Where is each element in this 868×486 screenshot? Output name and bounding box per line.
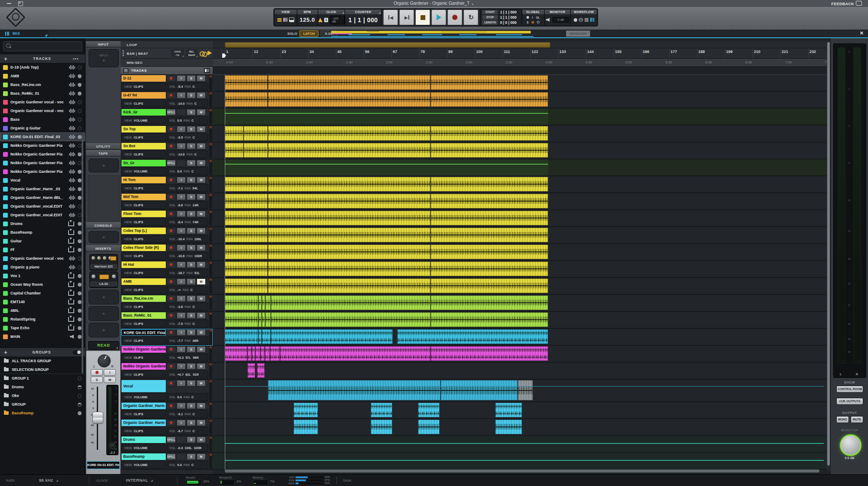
group-item-all-tracks-group[interactable]: ALL TRACKS GROUP [0,357,85,365]
group-item-selection-group[interactable]: SELECTION GROUP [0,365,85,374]
record-indicator[interactable] [78,109,82,113]
audio-clip[interactable] [225,295,258,310]
vol-pan-box[interactable]: VOL-7.7PAN46R [167,337,208,344]
audio-clip[interactable] [268,126,431,141]
start-value[interactable]: 1 | 1 | 000 [500,10,516,14]
automation-read-button[interactable]: READ [88,341,119,350]
track-header-nokko-organic-gardener-piano[interactable]: Nokko Organic Gardener Piano ...ISMVIEWC… [121,346,213,363]
piano-view-icon[interactable] [289,17,294,22]
record-enable-button[interactable] [167,312,176,319]
track-name[interactable]: Nokko Organic Gardener Piano ... [122,346,166,353]
audio-clip[interactable] [225,211,268,225]
lane-kore-gtr-01-edit-final-03[interactable] [213,329,827,346]
search-input[interactable] [3,41,82,51]
audio-clip[interactable] [255,346,260,361]
audio-clip[interactable] [258,312,262,327]
mute-button[interactable]: M [197,278,206,285]
solo-button[interactable]: S [187,346,196,353]
track-name[interactable]: Coles Top (L) [122,228,166,234]
lane-kick-gr[interactable] [213,109,827,126]
audio-clip[interactable] [247,346,252,361]
track-name[interactable]: KORE Gtr.01 EDIT. Final_03 [122,329,166,336]
solo-button[interactable]: S [187,245,196,251]
sidebar-item-vox-1[interactable]: Vox 1 [0,271,85,280]
vol-pan-box[interactable]: VOL+0.357L56R [167,354,208,361]
audio-clip[interactable] [258,329,262,344]
track-header-bassreamp[interactable]: BassReampSPILLSMVIEWVOLUMEVOL0.0PANC [121,453,213,470]
record-button[interactable] [447,10,462,25]
audio-clip[interactable] [268,177,431,192]
input-monitor-button[interactable]: I [177,75,186,82]
record-indicator[interactable] [78,179,82,182]
sidebar-item-organic-gardener-vocal-voc[interactable]: Organic Gardener vocal - voc [0,254,85,263]
audio-clip[interactable] [265,295,271,310]
audio-clip[interactable] [265,346,270,361]
group-item-drums[interactable]: Drums [0,383,85,391]
record-indicator[interactable] [78,248,82,252]
sidebar-item-organic-gardner-vocal-edit[interactable]: Organic Gardner_vocal.EDIT [0,211,85,219]
record-indicator[interactable] [78,326,82,330]
record-indicator[interactable] [78,118,82,122]
solo-button[interactable]: S [187,312,196,319]
audio-clip[interactable] [258,295,262,310]
solo-button[interactable]: S [187,261,196,268]
track-header-hi-tom[interactable]: Hi TomISMVIEWCLIPSVOL-7.1PAN54L [121,176,213,193]
sidebar-item-bass[interactable]: Bass [0,115,85,124]
track-header-coles-top-l[interactable]: Coles Top (L)ISMVIEWCLIPSVOL-10.4PAN100L [121,227,213,244]
audio-clip[interactable] [268,245,431,259]
global-mute[interactable]: M [532,21,534,24]
volume-automation-line[interactable] [225,443,824,444]
track-name[interactable]: AMB [122,278,166,285]
audio-clip[interactable] [431,261,548,276]
view-selector[interactable]: VIEWCLIPS [122,354,166,361]
audio-clip[interactable] [225,312,258,327]
mixer-view-icon[interactable] [283,18,287,22]
vol-pan-box[interactable]: VOL-18.7PAN51L [167,269,208,277]
record-indicator[interactable] [78,265,82,269]
sidebar-item-nokko-organic-gardener-pia[interactable]: Nokko Organic Gardener Pia [0,159,85,167]
audio-clip[interactable] [431,228,548,242]
input-monitor-button[interactable]: I [177,126,186,132]
track-name[interactable]: Bass_ReLine.cm [122,295,166,302]
audio-clip[interactable] [371,420,392,434]
sidebar-item-organic-gardener-vocal-voc[interactable]: Organic Gardener vocal - voc [0,106,85,115]
record-enable-button[interactable] [167,245,176,251]
sidebar-item-organic-gardner-harm-dbl[interactable]: Organic Gardner_Harm dBL_ [0,193,85,202]
global-solo[interactable]: S [526,21,528,24]
view-selector[interactable]: VIEWVOLUME [122,116,166,124]
audio-clip[interactable] [268,194,431,208]
vol-pan-box[interactable]: VOL0.0PANC [167,393,208,401]
workflow-globe-icon[interactable] [579,18,583,22]
track-name[interactable]: D-12 [122,75,166,82]
input-monitor-button[interactable]: I [177,261,186,268]
loop-ruler[interactable] [213,41,827,48]
audio-clip[interactable] [243,126,268,141]
record-enable-button[interactable] [167,92,176,99]
rate-value[interactable]: 96 kHz [39,478,58,483]
audio-clip[interactable] [225,261,268,276]
add-group-button[interactable]: + [0,349,11,356]
record-indicator[interactable] [78,283,82,287]
record-indicator[interactable] [78,257,82,261]
record-indicator[interactable] [78,231,82,235]
view-selector[interactable]: VIEWCLIPS [122,235,166,243]
sidebar-item-nokko-organic-gardener-pia[interactable]: Nokko Organic Gardener Pia [0,141,85,150]
lane-organic-gardner-harm-03[interactable] [213,402,827,419]
sidebar-item-organic-g-guitar[interactable]: Organic g Guitar [0,124,85,132]
rel-snap-button[interactable]: RELSNAP [185,49,198,57]
lane-nokko-organic-gardener-piano[interactable] [213,363,827,380]
global-input[interactable]: I [532,16,533,19]
track-header-u-47-fet[interactable]: U-47 fetISMVIEWCLIPSVOL-14.0PANC [121,92,213,109]
audio-clip[interactable] [225,75,268,90]
input-monitor-button[interactable]: I [177,295,186,302]
audio-clip[interactable] [441,380,518,400]
audio-clip[interactable] [268,380,441,400]
tab-mix[interactable]: MIX [0,30,49,37]
sidebar-item-main[interactable]: MAIN [0,332,85,341]
speaker-icon[interactable] [546,18,551,22]
mixdown-button[interactable]: MIXDOWN [566,30,590,37]
global-ol[interactable]: OL [536,16,540,19]
record-enable-button[interactable] [167,177,176,183]
vol-pan-box[interactable]: VOL-10.4PAN100L [167,235,208,243]
vol-pan-box[interactable]: VOL-14.0PANC [167,150,208,158]
